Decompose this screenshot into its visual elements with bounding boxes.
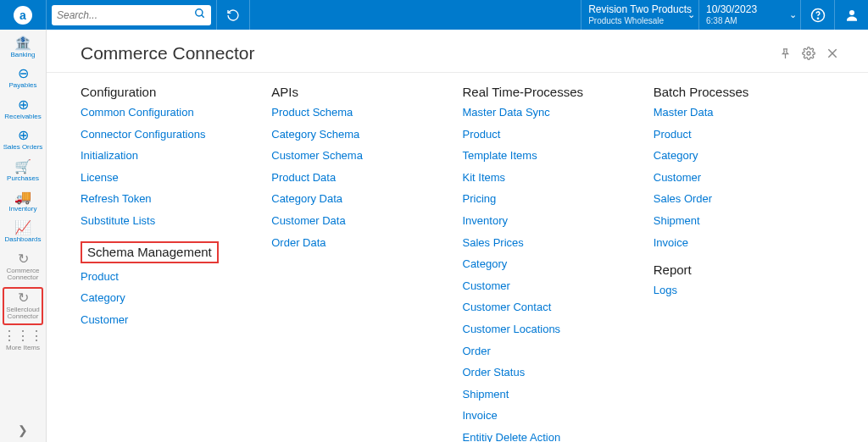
link-pricing[interactable]: Pricing (463, 192, 637, 206)
company-subtitle: Products Wholesale (588, 16, 692, 26)
link-rt-inventory[interactable]: Inventory (463, 214, 637, 228)
link-schema-category[interactable]: Category (81, 291, 254, 305)
link-batch-category[interactable]: Category (654, 149, 827, 163)
chevron-down-icon: ⌄ (687, 9, 695, 20)
link-batch-customer[interactable]: Customer (654, 171, 827, 185)
sync-icon: ↻ (18, 252, 29, 266)
refresh-button[interactable] (216, 0, 250, 30)
link-batch-invoice[interactable]: Invoice (654, 236, 827, 250)
cart-icon: 🛒 (14, 160, 31, 174)
company-selector[interactable]: Revision Two Products Products Wholesale… (581, 0, 698, 30)
link-kit-items[interactable]: Kit Items (463, 171, 637, 185)
sidebar-item-sellercloud-connector[interactable]: ↻ Sellercloud Connector (3, 287, 43, 326)
page-header: Commerce Connector (47, 30, 868, 73)
sidebar-item-label: Banking (11, 52, 36, 58)
svg-point-3 (817, 18, 818, 19)
sidebar-item-label: Sellercloud Connector (4, 307, 42, 321)
link-template-items[interactable]: Template Items (463, 149, 637, 163)
section-configuration: Configuration Common Configuration Conne… (81, 85, 271, 334)
link-category-schema[interactable]: Category Schema (271, 128, 445, 141)
section-apis: APIs Product Schema Category Schema Cust… (271, 85, 462, 257)
link-batch-shipment[interactable]: Shipment (654, 214, 827, 228)
link-rt-category[interactable]: Category (463, 257, 637, 271)
link-logs[interactable]: Logs (654, 284, 827, 297)
search-box[interactable] (52, 5, 211, 25)
link-product-schema[interactable]: Product Schema (271, 106, 445, 119)
minus-circle-icon: ⊖ (18, 67, 29, 80)
link-product-data[interactable]: Product Data (271, 171, 445, 185)
link-connector-configurations[interactable]: Connector Configurations (81, 128, 254, 141)
sidebar-item-more-items[interactable]: ⋮⋮⋮ More Items (3, 326, 43, 356)
link-license[interactable]: License (81, 171, 254, 185)
business-date-selector[interactable]: 10/30/2023 6:38 AM ⌄ (698, 0, 800, 30)
link-refresh-token[interactable]: Refresh Token (81, 192, 254, 206)
layout: 🏦 Banking ⊖ Payables ⊕ Receivables ⊕ Sal… (0, 30, 868, 442)
bank-icon: 🏦 (14, 36, 31, 50)
sync-icon: ↻ (18, 291, 29, 305)
search-icon[interactable] (194, 8, 206, 22)
link-substitute-lists[interactable]: Substitute Lists (81, 214, 254, 228)
business-time: 6:38 AM (706, 16, 793, 26)
sidebar-item-label: Dashboards (4, 236, 41, 243)
link-entity-delete-action[interactable]: Entitiy Delete Action (463, 431, 637, 442)
close-button[interactable] (821, 41, 844, 65)
sidebar-item-inventory[interactable]: 🚚 Inventory (3, 187, 43, 217)
link-sales-prices[interactable]: Sales Prices (463, 236, 637, 250)
sidebar-item-commerce-connector[interactable]: ↻ Commerce Connector (3, 249, 43, 286)
svg-line-1 (202, 15, 204, 18)
link-rt-order[interactable]: Order (463, 345, 637, 358)
link-schema-product[interactable]: Product (81, 270, 254, 284)
link-customer-data[interactable]: Customer Data (271, 214, 445, 228)
pin-button[interactable] (773, 41, 797, 65)
link-batch-sales-order[interactable]: Sales Order (654, 192, 827, 206)
sidebar-item-label: Inventory (9, 206, 37, 213)
chevron-down-icon: ⌄ (789, 9, 797, 20)
link-master-data-sync[interactable]: Master Data Sync (463, 106, 637, 119)
link-common-configuration[interactable]: Common Configuration (81, 106, 254, 119)
app-logo-letter: a (14, 6, 32, 25)
sidebar-item-label: Receivables (4, 113, 42, 120)
sidebar-item-dashboards[interactable]: 📈 Dashboards (3, 218, 43, 247)
link-schema-customer[interactable]: Customer (81, 313, 254, 327)
sidebar-expand-button[interactable]: ❯ (3, 418, 43, 442)
link-initialization[interactable]: Initialization (81, 149, 254, 163)
top-bar: a Revision Two Products Products Wholesa… (0, 0, 868, 30)
schema-management-heading: Schema Management (81, 241, 219, 263)
app-logo[interactable]: a (0, 0, 47, 30)
sections: Configuration Common Configuration Conne… (47, 73, 868, 442)
section-title: Batch Processes (654, 85, 827, 99)
sidebar-item-sales-orders[interactable]: ⊕ Sales Orders (3, 125, 43, 155)
link-customer-locations[interactable]: Customer Locations (463, 323, 637, 336)
sidebar-item-payables[interactable]: ⊖ Payables (3, 64, 43, 93)
sidebar-item-purchases[interactable]: 🛒 Purchases (3, 157, 43, 186)
link-customer-contact[interactable]: Customer Contact (463, 301, 637, 314)
link-category-data[interactable]: Category Data (271, 192, 445, 206)
user-menu-button[interactable] (834, 0, 868, 30)
link-rt-customer[interactable]: Customer (463, 279, 637, 293)
sidebar-item-banking[interactable]: 🏦 Banking (3, 33, 43, 63)
link-batch-product[interactable]: Product (654, 128, 827, 141)
link-order-data[interactable]: Order Data (271, 236, 445, 250)
company-name: Revision Two Products (588, 3, 692, 15)
link-order-status[interactable]: Order Status (463, 366, 637, 379)
section-title: Real Time-Processes (463, 85, 637, 99)
link-rt-product[interactable]: Product (463, 128, 637, 141)
link-rt-invoice[interactable]: Invoice (463, 409, 637, 423)
sidebar-item-label: More Items (6, 345, 40, 351)
svg-point-0 (196, 9, 203, 16)
sidebar-item-label: Payables (9, 82, 37, 89)
settings-button[interactable] (797, 41, 821, 65)
sidebar: 🏦 Banking ⊖ Payables ⊕ Receivables ⊕ Sal… (0, 30, 47, 442)
sidebar-item-label: Purchases (7, 175, 39, 182)
link-batch-master-data[interactable]: Master Data (654, 106, 827, 119)
topbar-spacer (250, 0, 581, 30)
sidebar-item-label: Commerce Connector (3, 268, 43, 282)
link-rt-shipment[interactable]: Shipment (463, 388, 637, 401)
svg-point-4 (849, 10, 854, 15)
search-input[interactable] (57, 9, 194, 21)
link-customer-schema[interactable]: Customer Schema (271, 149, 445, 163)
gauge-icon: 📈 (14, 221, 31, 235)
sidebar-item-receivables[interactable]: ⊕ Receivables (3, 95, 43, 124)
help-button[interactable] (800, 0, 834, 30)
grid-icon: ⋮⋮⋮ (3, 329, 43, 343)
